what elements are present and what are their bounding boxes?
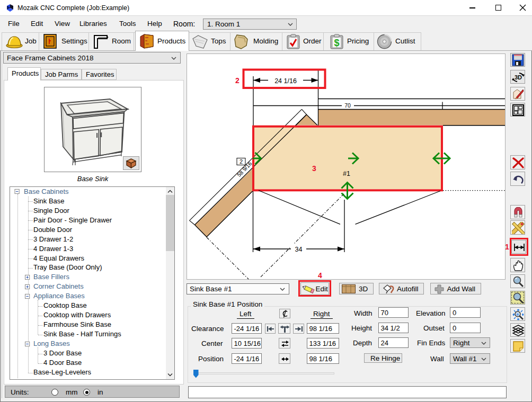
svg-text:4: 4: [318, 271, 322, 280]
svg-text:2: 2: [235, 76, 240, 85]
svg-text:#1: #1: [343, 170, 350, 177]
svg-text:24 1/16: 24 1/16: [274, 77, 297, 85]
svg-text:3D: 3D: [515, 74, 522, 81]
svg-text:2: 2: [240, 158, 243, 165]
svg-text:3: 3: [312, 164, 316, 173]
svg-text:$: $: [334, 38, 339, 48]
svg-text:⊗: ⊗: [516, 312, 519, 316]
svg-text:34: 34: [295, 246, 303, 253]
svg-text:70: 70: [344, 102, 351, 109]
